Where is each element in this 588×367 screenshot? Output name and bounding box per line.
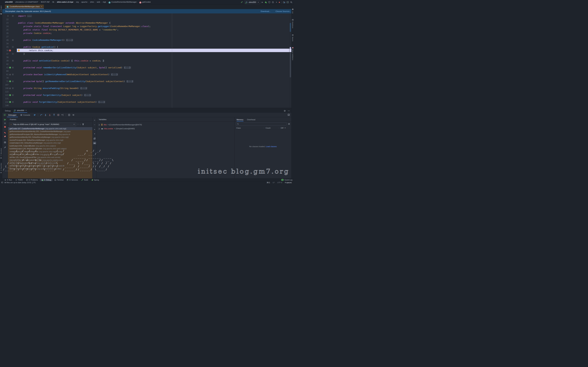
editor-tab[interactable]: C CookieRememberMeManager.class × xyxy=(5,5,44,9)
debug-button-icon[interactable] xyxy=(265,1,267,3)
tool-strip-item[interactable]: 7: Structure xyxy=(0,148,2,158)
frame-row[interactable]: doFilterInternal:359, AbstractShiroFilte… xyxy=(8,153,92,156)
frame-row[interactable]: buildSubject:846, Subject$Builder (org.a… xyxy=(8,144,92,147)
breadcrumb-item[interactable]: web xyxy=(97,1,100,3)
run-config-selector[interactable]: shiro550▼ xyxy=(244,0,260,4)
line-number[interactable]: 8 xyxy=(2,15,9,17)
code-line-131[interactable]: 131 xyxy=(2,97,291,100)
load-classes-link[interactable]: Load classes xyxy=(266,145,277,148)
code-line-28[interactable]: 28+public CookieRememberMeManager() {...… xyxy=(2,38,291,42)
code-line-132[interactable]: 132↑+public void forgetIdentity(SubjectC… xyxy=(2,100,291,104)
line-number[interactable]: 23 xyxy=(2,22,9,24)
code-line-34[interactable]: 34 xyxy=(2,42,291,45)
code-line-38[interactable]: 38 xyxy=(2,56,291,59)
tool-strip-item[interactable]: Database xyxy=(292,19,294,28)
frame-row[interactable]: internalDoFilter:193, ApplicationFilterC… xyxy=(8,159,92,162)
remove-watch-button[interactable]: − xyxy=(93,123,96,126)
close-icon[interactable]: × xyxy=(26,109,26,112)
fold-toggle-icon[interactable]: + xyxy=(12,60,14,61)
tool-window-toggle-icon[interactable] xyxy=(1,182,3,183)
settings-icon[interactable] xyxy=(284,110,286,112)
move-watch-down-button[interactable]: ▼ xyxy=(93,132,96,135)
frame-row[interactable]: createSubject:342, DefaultSecurityManage… xyxy=(8,142,92,144)
tool-strip-item[interactable]: mMaven xyxy=(292,34,294,42)
memory-settings-icon[interactable] xyxy=(288,123,290,125)
pause-program-icon[interactable] xyxy=(4,122,6,124)
tool-strip-item[interactable]: 2: Favorites★ xyxy=(0,163,2,174)
frame-row[interactable]: buildWebSubject:148, WebSubject$Builder … xyxy=(8,147,92,150)
line-number[interactable]: 39 xyxy=(2,60,9,62)
fold-toggle-icon[interactable]: + xyxy=(12,101,14,103)
choose-sources-link[interactable]: Choose Sources... xyxy=(276,10,291,12)
line-number[interactable]: 132 xyxy=(2,101,9,103)
breadcrumb-item[interactable]: mgt xyxy=(103,1,106,3)
code-line-39[interactable]: 39+public void setCookie(Cookie cookie) … xyxy=(2,59,291,62)
code-line-27[interactable]: 27 xyxy=(2,35,291,38)
evaluate-expression-icon[interactable] xyxy=(68,114,70,116)
caret-position[interactable]: 36:1 xyxy=(267,182,270,184)
build-project-icon[interactable] xyxy=(241,1,243,3)
line-number[interactable]: 26 xyxy=(2,32,9,34)
line-number[interactable]: 131 xyxy=(2,98,9,100)
step-into-icon[interactable] xyxy=(44,114,47,116)
override-marker-icon[interactable]: ↑ xyxy=(9,67,11,68)
breadcrumb-item[interactable]: mgetCookie xyxy=(139,1,151,3)
mute-breakpoints-icon[interactable] xyxy=(4,135,6,137)
add-watch-button[interactable]: + xyxy=(93,119,96,122)
event-log-button[interactable]: 1 Event Log xyxy=(281,179,292,181)
step-over-icon[interactable] xyxy=(40,114,42,116)
code-line-43[interactable]: 43↑+protected void rememberSerializedIde… xyxy=(2,66,291,69)
frame-row[interactable]: getRememberedIdentity:604, DefaultSecuri… xyxy=(8,136,92,139)
code-line-61[interactable]: 61@+private boolean isIdentityRemoved(We… xyxy=(2,73,291,76)
code-line-23[interactable]: 23public class CookieRememberMeManager e… xyxy=(2,21,291,25)
fold-toggle-icon[interactable]: + xyxy=(12,81,14,82)
stop-button-icon[interactable]: ■ xyxy=(279,1,280,3)
frame-up-icon[interactable]: ↑ xyxy=(78,123,78,125)
frame-row[interactable]: createSubject:292, AbstractShiroFilter (… xyxy=(8,150,92,153)
line-number[interactable]: 37 xyxy=(2,53,9,55)
column-class[interactable]: Class xyxy=(235,127,264,129)
fold-toggle-icon[interactable]: − xyxy=(12,53,14,55)
code-line-123[interactable]: 123↑+protected void forgetIdentity(Subje… xyxy=(2,93,291,97)
fold-toggle-icon[interactable]: + xyxy=(12,67,14,68)
run-button-icon[interactable]: ▶ xyxy=(262,1,263,3)
chevron-right-icon[interactable]: ❯ xyxy=(98,128,100,130)
code-line-8[interactable]: 8+import ... xyxy=(2,14,291,18)
breadcrumb-item[interactable]: BOOT-INF xyxy=(41,1,50,3)
code-line-140[interactable]: 140 xyxy=(2,104,291,107)
variable-row[interactable]: ❯this.cookie= {SimpleCookie@6480} xyxy=(98,127,234,130)
breadcrumb-item[interactable]: org xyxy=(76,1,79,3)
code-line-35[interactable]: 35−public Cookie getCookie() { xyxy=(2,45,291,49)
code-line-122[interactable]: 122 xyxy=(2,90,291,93)
breadcrumb-item[interactable]: CCookieRememberMeManager xyxy=(108,1,137,3)
code-line-24[interactable]: 24private static final transient Logger … xyxy=(2,25,291,28)
tool-strip-item[interactable]: 1: Project xyxy=(0,6,2,15)
tab-console[interactable]: ▶Console xyxy=(19,113,32,117)
line-number[interactable]: 123 xyxy=(2,94,9,96)
frame-row[interactable]: doFilter:166, ApplicationFilterChain (or… xyxy=(8,162,92,165)
line-number[interactable]: 71 xyxy=(2,80,9,83)
toolwindow-5-debug[interactable]: 5: Debug xyxy=(40,179,52,181)
file-encoding[interactable]: UTF-8 xyxy=(277,182,282,184)
intention-bulb-icon[interactable] xyxy=(18,49,20,51)
run-anything-button-icon[interactable] xyxy=(287,1,289,3)
frame-row[interactable]: getRememberedSerializedIdentity:205, Coo… xyxy=(8,130,92,133)
breadcrumb-item[interactable]: lib xyxy=(52,1,54,3)
coverage-button-icon[interactable] xyxy=(268,1,270,3)
code-line-26[interactable]: 26private Cookie cookie; xyxy=(2,32,291,35)
debug-session-tab[interactable]: shiro550 × xyxy=(13,108,27,113)
thread-selector[interactable]: ✓ "http-nio-8080-exec-5"@6,487 in group … xyxy=(9,122,76,126)
code-line-36[interactable]: 36✓return this.cookie; xyxy=(2,49,291,52)
line-number[interactable]: 34 xyxy=(2,42,9,45)
filter-frames-icon[interactable] xyxy=(82,123,84,125)
breadcrumb-item[interactable]: shiro xyxy=(90,1,94,3)
code-line-42[interactable]: 42 xyxy=(2,62,291,66)
fold-toggle-icon[interactable]: − xyxy=(12,46,14,48)
line-number[interactable]: 43 xyxy=(2,67,9,69)
code-line-22[interactable]: 22 xyxy=(2,18,291,21)
profiler-button-icon[interactable] xyxy=(272,1,274,3)
toolwindow-8-services[interactable]: 8: Services xyxy=(65,179,79,181)
code-line-37[interactable]: 37−} xyxy=(2,52,291,56)
line-number[interactable]: 60 xyxy=(2,70,9,72)
line-number[interactable]: 107 xyxy=(2,84,9,86)
